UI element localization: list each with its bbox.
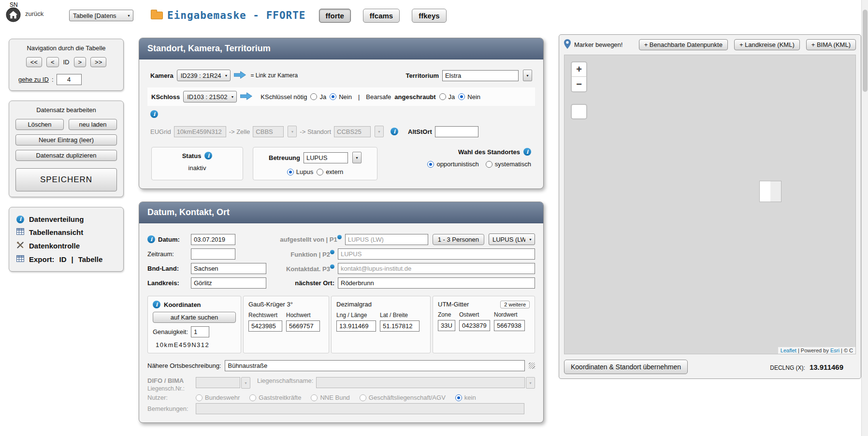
apply-coordinates-button[interactable]: Koordinaten & Standort übernehmen xyxy=(564,360,688,374)
karte-suchen-button[interactable]: auf Karte suchen xyxy=(153,312,236,323)
p1-input[interactable] xyxy=(345,234,428,245)
table-select[interactable]: Tabelle [Datens ▼ xyxy=(69,10,133,21)
info-icon[interactable]: i xyxy=(153,301,160,308)
bima-kml-button[interactable]: + BIMA (KML) xyxy=(806,39,856,50)
info-icon[interactable]: i xyxy=(391,128,398,135)
tab-fforte[interactable]: fforte xyxy=(319,9,351,23)
tab-ffcams[interactable]: ffcams xyxy=(363,9,400,23)
link-datenverteilung[interactable]: i Datenverteilung xyxy=(15,213,117,226)
export-table-link[interactable]: Tabelle xyxy=(78,255,103,263)
difo-label: DIFO / BIMA xyxy=(147,377,196,384)
prev-record-button[interactable]: < xyxy=(46,57,59,67)
goto-id-link[interactable]: gehe zu ID xyxy=(18,76,49,83)
landkreis-input[interactable] xyxy=(191,277,266,289)
coordinates-section: i Koordinaten auf Karte suchen Genauigke… xyxy=(147,296,535,353)
resize-grip-icon[interactable] xyxy=(529,363,535,369)
home-icon[interactable] xyxy=(6,7,21,24)
camera-link-arrow-icon[interactable] xyxy=(234,71,246,80)
altstort-input[interactable] xyxy=(435,126,478,137)
back-link[interactable]: zurück xyxy=(25,10,43,17)
first-record-button[interactable]: << xyxy=(26,57,42,67)
info-icon[interactable]: i xyxy=(523,148,531,156)
benachbarte-datenpunkte-button[interactable]: + Benachbarte Datenpunkte xyxy=(639,39,728,50)
betreuung-card: Betreuung ▼ Lupus extern xyxy=(253,147,377,180)
utm-zone-input[interactable] xyxy=(438,320,455,331)
goto-id-input[interactable] xyxy=(57,74,82,85)
nutzer-gaststreitkraefte-radio xyxy=(249,394,256,401)
kschloss-select[interactable]: ID103 : 21S02 ▼ xyxy=(183,91,237,102)
vertical-scrollbar[interactable] xyxy=(861,0,868,436)
grid-code: 10kmE459N312 xyxy=(153,341,236,349)
zeitraum-input[interactable] xyxy=(191,248,235,260)
bearsafe-ja-radio[interactable] xyxy=(439,93,446,100)
territorium-input[interactable] xyxy=(442,70,519,81)
breite-input[interactable] xyxy=(380,320,420,332)
kschloss-link-arrow-icon[interactable] xyxy=(240,92,252,102)
liegensch-nr-label: Liegensch.Nr.: xyxy=(147,385,196,392)
kamera-select[interactable]: ID239 : 21R24 ▼ xyxy=(177,70,231,81)
laenge-input[interactable] xyxy=(336,320,376,332)
reload-button[interactable]: neu laden xyxy=(69,119,117,130)
link-datenkontrolle[interactable]: Datenkontrolle xyxy=(15,239,117,253)
kschluessel-ja-label: Ja xyxy=(319,93,326,101)
personen-button[interactable]: 1 - 3 Personen xyxy=(433,234,484,245)
utm-ostwert-input[interactable] xyxy=(459,320,490,331)
export-id-link[interactable]: ID xyxy=(59,255,67,263)
bearsafe-nein-radio[interactable] xyxy=(458,93,465,100)
bemerkungen-input xyxy=(196,403,524,414)
save-button[interactable]: SPEICHERN xyxy=(15,168,117,191)
p1-select[interactable]: LUPUS (LW ▼ xyxy=(489,233,535,245)
betreuung-dropdown-button[interactable]: ▼ xyxy=(352,152,362,163)
info-icon[interactable]: i xyxy=(150,110,158,118)
ortsbeschreibung-input[interactable] xyxy=(225,360,525,371)
betreuung-extern-radio[interactable] xyxy=(317,169,323,175)
wahl-systematisch-radio[interactable] xyxy=(486,161,492,168)
last-record-button[interactable]: >> xyxy=(90,57,106,67)
rechtswert-input[interactable] xyxy=(248,320,282,332)
p3-input[interactable] xyxy=(338,263,535,274)
next-record-button[interactable]: > xyxy=(74,57,87,67)
scrollbar-thumb[interactable] xyxy=(863,10,868,92)
delete-button[interactable]: Löschen xyxy=(15,119,64,130)
wahl-label: Wahl des Standortes xyxy=(458,148,520,156)
esri-link[interactable]: Esri xyxy=(830,348,839,353)
datum-panel-body: iDatum: aufgestellt von | P1 1 - 3 Perso… xyxy=(139,223,543,422)
new-entry-button[interactable]: Neuer Eintrag (leer) xyxy=(15,134,117,145)
zoom-out-button[interactable]: − xyxy=(572,77,586,91)
status-betreuung-row: Status i inaktiv Betreuung ▼ Lupus xyxy=(147,147,535,180)
leaflet-link[interactable]: Leaflet xyxy=(781,348,796,353)
table-icon xyxy=(16,255,24,263)
landkreise-kml-button[interactable]: + Landkreise (KML) xyxy=(734,39,800,50)
kschloss-label: KSchloss xyxy=(151,93,180,101)
standort-panel-body: Kamera ID239 : 21R24 ▼ = Link zur Kamera… xyxy=(139,59,543,189)
link-tabellenansicht[interactable]: Tabellenansicht xyxy=(15,226,117,239)
utm-more-button[interactable]: 2 weitere xyxy=(500,301,530,308)
datum-input[interactable] xyxy=(191,234,235,245)
kschluessel-nein-radio[interactable] xyxy=(330,93,336,100)
betreuung-input[interactable] xyxy=(304,152,348,163)
standort-panel-title: Standort, Kamera, Territorium xyxy=(139,38,543,59)
bearsafe-nein-label: Nein xyxy=(467,93,480,101)
tab-ffkeys[interactable]: ffkeys xyxy=(412,9,446,23)
marker-label: Marker bewegen! xyxy=(574,41,622,48)
gk-title: Gauß-Krüger 3° xyxy=(248,301,324,308)
territorium-dropdown-button[interactable]: ▼ xyxy=(523,70,532,81)
liegenschaftsname-dropdown-button: ▼ xyxy=(526,377,535,389)
info-icon[interactable]: i xyxy=(147,235,155,243)
genauigkeit-input[interactable] xyxy=(191,326,209,337)
info-icon[interactable]: i xyxy=(204,152,212,160)
nutzer-bundeswehr-radio xyxy=(196,394,203,401)
status-value: inaktiv xyxy=(188,164,206,172)
betreuung-lupus-radio[interactable] xyxy=(287,169,294,175)
duplicate-button[interactable]: Datensatz duplizieren xyxy=(15,150,117,161)
p2-input[interactable] xyxy=(338,248,535,260)
bnd-land-input[interactable] xyxy=(191,263,266,274)
utm-nordwert-input[interactable] xyxy=(494,320,525,331)
kschluessel-ja-radio[interactable] xyxy=(310,93,317,100)
ort-input[interactable] xyxy=(338,277,535,289)
wahl-opportunistisch-radio[interactable] xyxy=(427,161,434,168)
hochwert-input[interactable] xyxy=(286,320,320,332)
zoom-in-button[interactable]: + xyxy=(572,62,586,77)
map-canvas[interactable]: + − Leaflet | Powered by Esri | © C xyxy=(564,55,856,354)
map-layers-button[interactable] xyxy=(571,104,587,119)
